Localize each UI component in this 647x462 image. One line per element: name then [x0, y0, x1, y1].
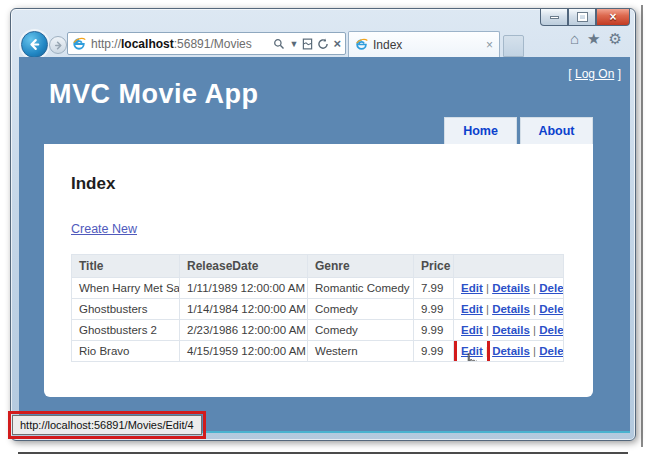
- close-button[interactable]: ×: [596, 9, 630, 26]
- cell-release-date: 1/11/1989 12:00:00 AM: [180, 278, 308, 299]
- log-on-bracket: ]: [614, 67, 621, 81]
- details-link[interactable]: Details: [492, 324, 530, 336]
- home-icon[interactable]: ⌂: [570, 31, 579, 46]
- action-separator: |: [530, 282, 539, 294]
- table-row: Ghostbusters 22/23/1986 12:00:00 AMComed…: [72, 320, 564, 341]
- search-icon[interactable]: [273, 38, 285, 50]
- create-new-link[interactable]: Create New: [71, 222, 137, 236]
- cell-title: Ghostbusters 2: [72, 320, 180, 341]
- menu-tab-about[interactable]: About: [520, 117, 593, 144]
- action-separator: |: [483, 303, 492, 315]
- search-dropdown-icon[interactable]: ▼: [289, 39, 298, 49]
- column-header: Title: [72, 255, 180, 278]
- cell-title: Ghostbusters: [72, 299, 180, 320]
- forward-button[interactable]: [49, 36, 67, 54]
- url-text: http://localhost:56891/Movies: [91, 37, 273, 51]
- navigation-bar: http://localhost:56891/Movies ▼ × Index …: [11, 29, 635, 57]
- cell-actions: Edit | Details | Delete: [454, 341, 564, 362]
- delete-link[interactable]: Delete: [539, 324, 563, 336]
- browser-toolbar-icons: ⌂ ★ ⚙: [570, 31, 622, 46]
- main-menu: Home About: [444, 117, 593, 144]
- status-url-tooltip: http://localhost:56891/Movies/Edit/4: [12, 415, 202, 435]
- ie-logo-icon: [72, 37, 86, 51]
- app-title: MVC Movie App: [49, 79, 259, 110]
- movies-tbody: When Harry Met Sally1/11/1989 12:00:00 A…: [72, 278, 564, 362]
- ie-logo-icon: [355, 38, 368, 51]
- cell-price: 9.99: [414, 320, 454, 341]
- cell-genre: Romantic Comedy: [308, 278, 414, 299]
- annotation-red-box-status: http://localhost:56891/Movies/Edit/4: [8, 411, 206, 439]
- action-separator: |: [483, 345, 492, 357]
- edit-link[interactable]: Edit: [461, 324, 483, 336]
- table-row: Ghostbusters1/14/1984 12:00:00 AMComedy9…: [72, 299, 564, 320]
- address-bar[interactable]: http://localhost:56891/Movies ▼ ×: [67, 32, 346, 55]
- cell-price: 9.99: [414, 341, 454, 362]
- table-row: When Harry Met Sally1/11/1989 12:00:00 A…: [72, 278, 564, 299]
- edit-link[interactable]: Edit: [461, 345, 483, 357]
- cell-price: 7.99: [414, 278, 454, 299]
- window-controls: ×: [540, 9, 630, 26]
- cell-actions: Edit | Details | Delete: [454, 299, 564, 320]
- cell-actions: Edit | Details | Delete: [454, 278, 564, 299]
- log-on-bracket: [: [568, 67, 575, 81]
- edit-link[interactable]: Edit: [461, 303, 483, 315]
- edit-link[interactable]: Edit: [461, 282, 483, 294]
- cell-actions: Edit | Details | Delete: [454, 320, 564, 341]
- delete-link[interactable]: Delete: [539, 303, 563, 315]
- tab-close-icon[interactable]: ×: [486, 39, 493, 51]
- page-heading: Index: [71, 174, 115, 194]
- cell-title: When Harry Met Sally: [72, 278, 180, 299]
- settings-gear-icon[interactable]: ⚙: [609, 31, 622, 46]
- address-bar-icons: ▼ ×: [273, 37, 341, 50]
- details-link[interactable]: Details: [492, 282, 530, 294]
- cell-title: Rio Bravo: [72, 341, 180, 362]
- cell-genre: Comedy: [308, 320, 414, 341]
- action-separator: |: [483, 324, 492, 336]
- document-edge-line: [641, 5, 643, 447]
- action-separator: |: [530, 303, 539, 315]
- details-link[interactable]: Details: [492, 303, 530, 315]
- restore-button[interactable]: [568, 9, 596, 26]
- table-header-row: TitleReleaseDateGenrePrice: [72, 255, 564, 278]
- delete-link[interactable]: Delete: [539, 282, 563, 294]
- action-separator: |: [530, 345, 539, 357]
- tab-index[interactable]: Index ×: [348, 31, 500, 57]
- menu-tab-home[interactable]: Home: [444, 117, 517, 144]
- new-tab-button[interactable]: [503, 35, 524, 57]
- back-button[interactable]: [21, 31, 48, 58]
- log-on-area: [ Log On ]: [568, 67, 621, 81]
- column-header: Genre: [308, 255, 414, 278]
- delete-link[interactable]: Delete: [539, 345, 563, 357]
- column-header: ReleaseDate: [180, 255, 308, 278]
- minimize-button[interactable]: [540, 9, 568, 26]
- action-separator: |: [483, 282, 492, 294]
- details-link[interactable]: Details: [492, 345, 530, 357]
- cell-price: 9.99: [414, 299, 454, 320]
- screenshot-root: × http://localhost:56891/Movies ▼: [0, 0, 647, 462]
- stop-icon[interactable]: ×: [333, 37, 341, 50]
- cell-release-date: 4/15/1959 12:00:00 AM: [180, 341, 308, 362]
- browser-window: × http://localhost:56891/Movies ▼: [10, 8, 636, 441]
- table-row: Rio Bravo4/15/1959 12:00:00 AMWestern9.9…: [72, 341, 564, 362]
- close-icon: ×: [609, 11, 616, 23]
- refresh-icon[interactable]: [317, 38, 329, 50]
- column-header: Price: [414, 255, 454, 278]
- movies-table: TitleReleaseDateGenrePrice When Harry Me…: [71, 254, 564, 362]
- minimize-icon: [550, 16, 559, 19]
- cell-release-date: 2/23/1986 12:00:00 AM: [180, 320, 308, 341]
- cell-genre: Comedy: [308, 299, 414, 320]
- back-arrow-icon: [27, 37, 42, 52]
- restore-icon: [578, 13, 587, 21]
- tab-title: Index: [373, 38, 486, 52]
- forward-arrow-icon: [53, 40, 64, 51]
- action-separator: |: [530, 324, 539, 336]
- favorites-star-icon[interactable]: ★: [587, 31, 600, 46]
- cell-release-date: 1/14/1984 12:00:00 AM: [180, 299, 308, 320]
- cell-genre: Western: [308, 341, 414, 362]
- content-panel: Index Create New TitleReleaseDateGenrePr…: [44, 144, 593, 397]
- log-on-link[interactable]: Log On: [575, 67, 614, 81]
- hand-cursor-icon: [463, 353, 479, 362]
- page-body: [ Log On ] MVC Movie App Home About Inde…: [19, 57, 630, 433]
- compatibility-view-icon[interactable]: [302, 38, 313, 50]
- column-header: [454, 255, 564, 278]
